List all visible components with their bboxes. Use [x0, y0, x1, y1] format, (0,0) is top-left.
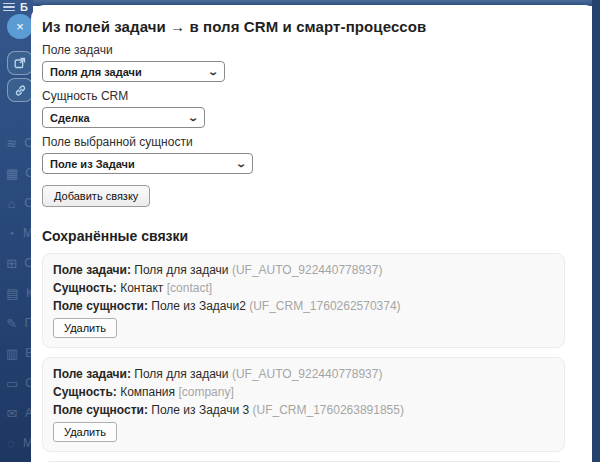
- task-field-select[interactable]: Поля для задачи ⌄: [42, 61, 225, 82]
- entity-line: Сущность: Компания [company]: [53, 383, 554, 401]
- entity-value: Компания: [120, 385, 175, 399]
- crm-entity-select-value: Сделка: [50, 112, 90, 124]
- sidebar-item[interactable]: ⌂С: [0, 188, 33, 218]
- entity-field-line-label: Поле сущности:: [53, 299, 148, 313]
- saved-link-card: Поле задачи: Поля для задачи (UF_AUTO_92…: [42, 253, 565, 348]
- entity-field-select-value: Поле из Задачи: [50, 158, 135, 170]
- entity-field-value: Поле из Задачи 3: [151, 403, 249, 417]
- delete-link-button[interactable]: Удалить: [53, 318, 117, 338]
- task-field-label: Поле задачи: [42, 43, 592, 57]
- sidebar-item[interactable]: ▤К: [0, 278, 33, 308]
- chevron-down-icon: ⌄: [207, 66, 219, 77]
- entity-line: Сущность: Контакт [contact]: [53, 279, 554, 297]
- add-link-button[interactable]: Добавить связку: [42, 185, 150, 207]
- entity-field-line: Поле сущности: Поле из Задачи2 (UF_CRM_1…: [53, 297, 554, 315]
- page-edge-strip: [592, 0, 600, 462]
- task-field-line-label: Поле задачи:: [53, 263, 131, 277]
- bar-chart-icon: ▥: [6, 346, 18, 361]
- sidebar-item[interactable]: ▦С: [0, 158, 33, 188]
- saved-links-list: Поле задачи: Поля для задачи (UF_AUTO_92…: [42, 253, 592, 462]
- entity-field-code: (UF_CRM_1760262570374): [249, 299, 400, 313]
- external-link-icon: [14, 57, 26, 69]
- saved-link-card: Поле задачи: Поля для задачи (UF_AUTO_92…: [42, 357, 565, 452]
- document-icon: ▤: [6, 286, 19, 301]
- copy-link-button[interactable]: [7, 78, 33, 102]
- sidebar-menu: ≋С▦С⌂С◔М⊞С▤К✎П▥В▭С✉А◌М: [0, 128, 33, 458]
- sidebar-item[interactable]: ▥В: [0, 338, 33, 368]
- delete-link-button[interactable]: Удалить: [53, 422, 117, 442]
- monitor-icon: ▭: [6, 376, 18, 391]
- sidebar-item[interactable]: ⊞С: [0, 248, 33, 278]
- donut-chart-icon: ◔: [6, 226, 16, 241]
- calendar-icon: ▦: [6, 166, 18, 181]
- entity-field-value: Поле из Задачи2: [151, 299, 246, 313]
- page-title: Из полей задачи → в поля CRM и смарт-про…: [42, 18, 592, 35]
- chevron-down-icon: ⌄: [187, 112, 199, 123]
- open-in-new-window-button[interactable]: [7, 51, 33, 75]
- task-field-select-value: Поля для задачи: [50, 66, 142, 78]
- link-icon: [14, 84, 27, 97]
- sidebar-item[interactable]: ≋С: [0, 128, 33, 158]
- sidebar-item[interactable]: ◔М: [0, 218, 33, 248]
- entity-value: Контакт: [120, 281, 163, 295]
- entity-field-line-label: Поле сущности:: [53, 403, 148, 417]
- hamburger-menu-icon[interactable]: [3, 3, 15, 12]
- entity-field-select[interactable]: Поле из Задачи ⌄: [42, 153, 253, 174]
- crm-entity-label: Сущность CRM: [42, 89, 592, 103]
- crm-entity-select[interactable]: Сделка ⌄: [42, 107, 205, 128]
- task-field-line-label: Поле задачи:: [53, 367, 131, 381]
- entity-code: [contact]: [167, 281, 212, 295]
- task-field-line: Поле задачи: Поля для задачи (UF_AUTO_92…: [53, 365, 554, 383]
- sidebar-item[interactable]: ▭С: [0, 368, 33, 398]
- entity-field-code: (UF_CRM_1760263891855): [253, 403, 404, 417]
- entity-code: [company]: [178, 385, 233, 399]
- saved-links-heading: Сохранённые связки: [42, 228, 592, 244]
- entity-line-label: Сущность:: [53, 281, 117, 295]
- entity-line-label: Сущность:: [53, 385, 117, 399]
- sidebar-item[interactable]: ✉А: [0, 398, 33, 428]
- chat-icon: ✉: [6, 406, 18, 421]
- task-field-line: Поле задачи: Поля для задачи (UF_AUTO_92…: [53, 261, 554, 279]
- task-field-code: (UF_AUTO_922440778937): [232, 367, 383, 381]
- chevron-down-icon: ⌄: [235, 158, 247, 169]
- close-icon: ×: [16, 19, 24, 34]
- sidebar-item[interactable]: ✎П: [0, 308, 33, 338]
- logo-area: Б: [3, 1, 28, 13]
- task-field-code: (UF_AUTO_922440778937): [232, 263, 383, 277]
- wifi-icon: ≋: [6, 136, 17, 151]
- pencil-icon: ✎: [6, 316, 17, 331]
- mapping-form: Поле задачи Поля для задачи ⌄ Сущность C…: [42, 43, 592, 207]
- logo-letter: Б: [20, 1, 28, 13]
- globe-icon: ◌: [6, 436, 16, 451]
- task-field-value: Поля для задачи: [134, 367, 228, 381]
- slider-panel: Из полей задачи → в поля CRM и смарт-про…: [31, 5, 592, 462]
- task-field-value: Поля для задачи: [134, 263, 228, 277]
- slider-controls: ×: [7, 14, 34, 105]
- cart-icon: ⊞: [6, 256, 17, 271]
- building-icon: ⌂: [6, 196, 17, 211]
- entity-field-line: Поле сущности: Поле из Задачи 3 (UF_CRM_…: [53, 401, 554, 419]
- entity-field-label: Поле выбранной сущности: [42, 135, 592, 149]
- sidebar-item[interactable]: ◌М: [0, 428, 33, 458]
- close-slider-button[interactable]: ×: [7, 14, 33, 39]
